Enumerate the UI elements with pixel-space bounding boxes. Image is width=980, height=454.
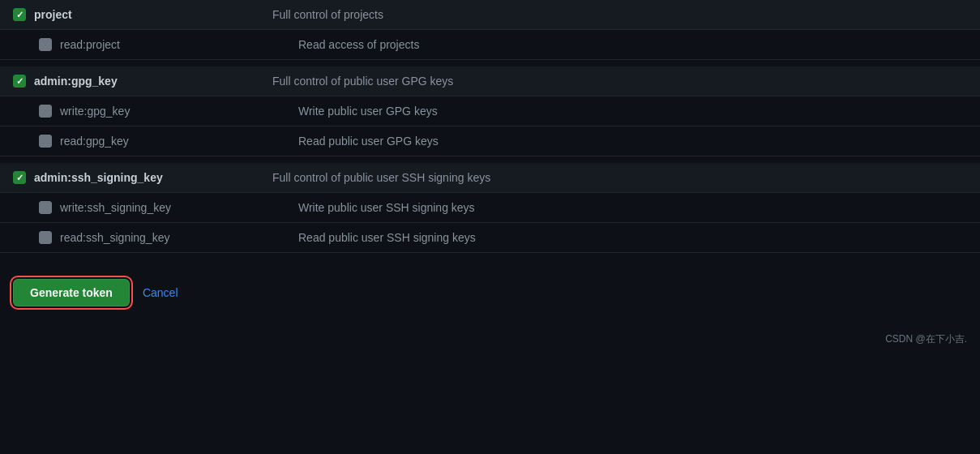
scope-row-read-project: read:project Read access of projects <box>0 30 980 60</box>
scope-name-project: project <box>34 8 72 21</box>
scope-row-read-gpg-key: read:gpg_key Read public user GPG keys <box>0 126 980 156</box>
checkbox-write-ssh-signing-key[interactable] <box>39 201 52 214</box>
scope-checkbox-wrapper-admin-ssh-signing-key: admin:ssh_signing_key <box>13 171 272 184</box>
cancel-link[interactable]: Cancel <box>143 286 178 299</box>
scope-description-admin-ssh-signing-key: Full control of public user SSH signing … <box>272 171 967 184</box>
scope-name-read-gpg-key: read:gpg_key <box>60 135 129 148</box>
checkbox-read-project[interactable] <box>39 38 52 51</box>
scope-name-read-ssh-signing-key: read:ssh_signing_key <box>60 231 169 244</box>
scope-description-read-project: Read access of projects <box>298 38 967 51</box>
scope-description-read-ssh-signing-key: Read public user SSH signing keys <box>298 231 967 244</box>
checkbox-admin-ssh-signing-key[interactable] <box>13 171 26 184</box>
scope-checkbox-wrapper-read-gpg-key: read:gpg_key <box>39 135 298 148</box>
footer-note: CSDN @在下小吉. <box>0 319 980 359</box>
scope-checkbox-wrapper-write-ssh-signing-key: write:ssh_signing_key <box>39 201 298 214</box>
scope-name-read-project: read:project <box>60 38 120 51</box>
generate-token-button[interactable]: Generate token <box>13 279 130 306</box>
scope-name-write-ssh-signing-key: write:ssh_signing_key <box>60 201 171 214</box>
scope-name-admin-ssh-signing-key: admin:ssh_signing_key <box>34 171 163 184</box>
scope-description-write-ssh-signing-key: Write public user SSH signing keys <box>298 201 967 214</box>
scope-row-write-ssh-signing-key: write:ssh_signing_key Write public user … <box>0 193 980 223</box>
scope-row-admin-gpg-key: admin:gpg_key Full control of public use… <box>0 66 980 96</box>
actions-row: Generate token Cancel <box>0 266 980 319</box>
scope-checkbox-wrapper-write-gpg-key: write:gpg_key <box>39 105 298 118</box>
scope-row-write-gpg-key: write:gpg_key Write public user GPG keys <box>0 96 980 126</box>
scope-row-project: project Full control of projects <box>0 0 980 30</box>
checkbox-admin-gpg-key[interactable] <box>13 75 26 88</box>
scope-description-read-gpg-key: Read public user GPG keys <box>298 135 967 148</box>
checkbox-read-gpg-key[interactable] <box>39 135 52 148</box>
scope-checkbox-wrapper-read-ssh-signing-key: read:ssh_signing_key <box>39 231 298 244</box>
scope-name-admin-gpg-key: admin:gpg_key <box>34 75 118 88</box>
checkbox-project[interactable] <box>13 8 26 21</box>
scope-name-write-gpg-key: write:gpg_key <box>60 105 130 118</box>
scope-row-read-ssh-signing-key: read:ssh_signing_key Read public user SS… <box>0 223 980 253</box>
checkbox-write-gpg-key[interactable] <box>39 105 52 118</box>
scope-checkbox-wrapper-read-project: read:project <box>39 38 298 51</box>
scope-checkbox-wrapper-admin-gpg-key: admin:gpg_key <box>13 75 272 88</box>
checkbox-read-ssh-signing-key[interactable] <box>39 231 52 244</box>
scope-row-admin-ssh-signing-key: admin:ssh_signing_key Full control of pu… <box>0 163 980 193</box>
scope-description-admin-gpg-key: Full control of public user GPG keys <box>272 75 967 88</box>
scope-checkbox-wrapper-project: project <box>13 8 272 21</box>
scope-description-project: Full control of projects <box>272 8 967 21</box>
scopes-container: project Full control of projects read:pr… <box>0 0 980 359</box>
scope-description-write-gpg-key: Write public user GPG keys <box>298 105 967 118</box>
